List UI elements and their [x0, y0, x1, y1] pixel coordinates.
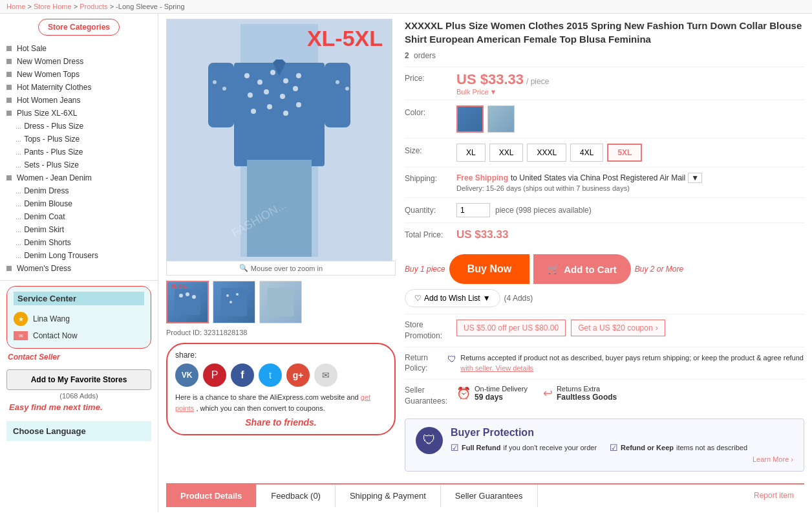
- thumbnail-3[interactable]: [259, 281, 302, 323]
- seller-guarantees-row: SellerGuarantees: ⏰ On-time Delivery 59 …: [405, 379, 804, 412]
- svg-rect-33: [268, 288, 294, 316]
- add-favorite-stores-button[interactable]: Add to My Favorite Stores: [6, 369, 151, 390]
- bullet-icon: [6, 46, 12, 51]
- share-email-button[interactable]: ✉: [314, 364, 337, 387]
- sidebar-item-denim-shorts[interactable]: ... Denim Shorts: [0, 236, 158, 249]
- svg-point-31: [236, 293, 239, 296]
- svg-point-21: [345, 87, 349, 91]
- bp-check-2: ☑: [610, 442, 618, 453]
- bullet-icon: [6, 85, 12, 90]
- total-price-value: US $33.33: [456, 228, 508, 241]
- size-row: Size: XL XXL XXXL 4XL 5XL: [405, 138, 804, 167]
- buy-now-button[interactable]: Buy Now: [449, 254, 529, 284]
- service-center-section: Service Center ★ Lina Wang ✉ Contact Now: [6, 286, 151, 349]
- product-title: XXXXXL Plus Size Women Clothes 2015 Spri…: [405, 19, 804, 46]
- sidebar-item-denim-blouse[interactable]: ... Denim Blouse: [0, 197, 158, 210]
- thumbnail-row: XL-5XL: [166, 281, 396, 323]
- return-content: 🛡 Returns accepted if product not as des…: [447, 353, 804, 374]
- guarantee-delivery: ⏰ On-time Delivery 59 days: [456, 385, 528, 402]
- color-swatch-1[interactable]: [456, 105, 484, 133]
- sidebar-item-womens-dress[interactable]: Women's Dress: [0, 262, 158, 275]
- sidebar: Store Categories Hot Sale New Women Dres…: [0, 14, 158, 512]
- share-google-button[interactable]: g+: [286, 364, 310, 387]
- store-categories-button[interactable]: Store Categories: [38, 19, 120, 36]
- sidebar-item-denim-dress[interactable]: ... Denim Dress: [0, 184, 158, 197]
- sidebar-item-denim-skirt[interactable]: ... Denim Skirt: [0, 223, 158, 236]
- svg-point-13: [283, 111, 288, 116]
- shipping-label: Shipping:: [405, 173, 456, 183]
- sidebar-item-sets-plus[interactable]: ... Sets - Plus Size: [0, 158, 158, 171]
- guarantee-returns-sub: Faultless Goods: [557, 393, 617, 402]
- shipping-dropdown-icon[interactable]: ▼: [688, 173, 702, 183]
- total-price-row: Total Price: US $33.33: [405, 223, 804, 246]
- size-xxxl[interactable]: XXXL: [527, 144, 566, 162]
- size-buttons: XL XXL XXXL 4XL 5XL: [456, 144, 642, 162]
- guarantee-returns: ↩ Returns Extra Faultless Goods: [543, 385, 617, 402]
- size-5xl[interactable]: 5XL: [607, 144, 642, 162]
- size-xl[interactable]: XL: [456, 144, 486, 162]
- buy-buttons-row: Buy 1 piece Buy Now 🛒 Add to Cart Buy 2 …: [405, 254, 804, 284]
- sidebar-item-dress-plus[interactable]: ... Dress - Plus Size: [0, 120, 158, 133]
- buy-1-annotation: Buy 1 piece: [405, 265, 445, 274]
- tab-feedback[interactable]: Feedback (0): [257, 484, 336, 507]
- product-image-svg: FASHION...: [189, 24, 370, 257]
- svg-point-8: [264, 89, 269, 94]
- clock-icon: ⏰: [456, 386, 471, 400]
- breadcrumb-home[interactable]: Home: [6, 3, 25, 10]
- thumbnail-1[interactable]: XL-5XL: [166, 281, 209, 323]
- main-product-image: FASHION... XL-5XL: [166, 19, 392, 261]
- color-swatch-2[interactable]: [487, 105, 515, 133]
- thumbnail-2[interactable]: [213, 281, 255, 323]
- svg-point-20: [336, 80, 339, 84]
- sidebar-item-new-women-dress[interactable]: New Women Dress: [0, 55, 158, 68]
- sidebar-item-denim-coat[interactable]: ... Denim Coat: [0, 210, 158, 223]
- bullet-icon: [6, 175, 12, 180]
- tab-product-details[interactable]: Product Details: [166, 484, 257, 507]
- price-unit: / piece: [526, 77, 549, 86]
- sidebar-item-denim-long-trousers[interactable]: ... Denim Long Trousers: [0, 249, 158, 262]
- share-pinterest-button[interactable]: P: [203, 364, 226, 387]
- view-details-link[interactable]: with seller. View details: [460, 364, 533, 372]
- learn-more-link[interactable]: Learn More ›: [753, 455, 793, 463]
- add-to-cart-button[interactable]: 🛒 Add to Cart: [533, 254, 631, 284]
- bp-learn-more: Learn More ›: [451, 455, 793, 463]
- tab-shipping-payment[interactable]: Shipping & Payment: [336, 484, 441, 507]
- contact-now-row[interactable]: ✉ Contact Now: [14, 329, 144, 343]
- contact-now-label[interactable]: Contact Now: [33, 331, 78, 340]
- sidebar-item-pants-plus[interactable]: ... Pants - Plus Size: [0, 146, 158, 158]
- coupon-tag[interactable]: Get a US $20 coupon ›: [571, 320, 665, 336]
- svg-point-5: [283, 78, 288, 83]
- svg-point-4: [270, 70, 275, 75]
- email-icon: ✉: [14, 331, 28, 340]
- promo-tag-1: US $5.00 off per US $80.00: [456, 320, 566, 336]
- sidebar-item-new-women-tops[interactable]: New Women Tops: [0, 68, 158, 81]
- sidebar-item-hot-women-jeans[interactable]: Hot Women Jeans: [0, 94, 158, 107]
- bulk-price-link[interactable]: Bulk Price ▼: [456, 88, 549, 96]
- breadcrumb-store-home[interactable]: Store Home: [34, 3, 72, 10]
- bp-full-refund: ☑ Full Refund if you don't receive your …: [451, 442, 597, 453]
- size-4xl[interactable]: 4XL: [570, 144, 603, 162]
- free-shipping-text: Free Shipping: [456, 173, 508, 182]
- bullet-icon: [6, 72, 12, 77]
- share-vk-button[interactable]: VK: [175, 364, 198, 387]
- sidebar-item-jean-denim[interactable]: Women - Jean Denim: [0, 171, 158, 184]
- breadcrumb-products[interactable]: Products: [80, 3, 107, 10]
- report-item-link[interactable]: Report item: [743, 484, 804, 506]
- sidebar-item-hot-maternity[interactable]: Hot Maternity Clothes: [0, 81, 158, 94]
- guarantee-delivery-title: On-time Delivery: [475, 385, 528, 393]
- wishlist-button[interactable]: ♡ Add to Wish List ▼: [405, 289, 500, 307]
- sidebar-item-tops-plus[interactable]: ... Tops - Plus Size: [0, 133, 158, 146]
- tab-seller-guarantees[interactable]: Seller Guarantees: [441, 484, 538, 507]
- size-xxl[interactable]: XXL: [489, 144, 524, 162]
- sidebar-item-plus-size[interactable]: Plus Size XL-6XL: [0, 107, 158, 120]
- share-section: share: VK P f t g+ ✉ Here is a chance to…: [166, 343, 396, 435]
- quantity-input[interactable]: [456, 203, 490, 217]
- share-twitter-button[interactable]: t: [259, 364, 282, 387]
- sidebar-item-hot-sale[interactable]: Hot Sale: [0, 42, 158, 55]
- price-content: US $33.33 / piece Bulk Price ▼: [456, 71, 549, 96]
- share-to-friends-label: Share to friends.: [175, 417, 387, 428]
- svg-point-6: [296, 73, 301, 78]
- product-images-section: FASHION... XL-5XL 🔍 Mouse over to zoom i…: [166, 19, 396, 472]
- pieces-available: piece (998 pieces available): [495, 206, 592, 215]
- share-facebook-button[interactable]: f: [231, 364, 254, 387]
